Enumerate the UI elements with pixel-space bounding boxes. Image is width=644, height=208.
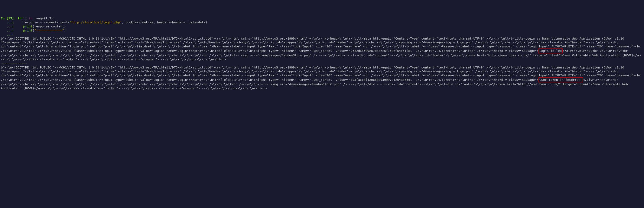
code-line-1: In [13]: for i in range(1,3):: [1, 16, 643, 20]
separator-string: "==============": [34, 29, 64, 32]
code-line-5: ...:: [1, 32, 643, 37]
in-keyword: in: [29, 17, 32, 20]
input-prompt: In [13]:: [1, 17, 18, 20]
print-builtin: print: [23, 29, 32, 32]
url-string: 'http://localhost/login.php': [70, 21, 122, 24]
highlight-csrf-incorrect: CSRF token is incorrect: [538, 77, 583, 82]
terminal-output: In [13]: for i in range(1,3): ...: respo…: [1, 16, 643, 90]
continuation-prompt: ...:: [1, 33, 16, 36]
code-line-4: ...: print("=============="): [1, 28, 643, 32]
continuation-prompt: ...:: [1, 25, 16, 28]
print-builtin: print: [23, 25, 32, 28]
continuation-prompt: ...:: [1, 29, 16, 32]
separator-output: ==============: [1, 62, 27, 65]
code-line-3: ...: print(response.content): [1, 24, 643, 28]
highlight-login-failed: Login failed: [538, 48, 562, 53]
response-output-2: b'\r\n<!DOCTYPE html PUBLIC "-//W3C//DTD…: [1, 66, 643, 90]
code-line-2: ...: response = requests.post('http://lo…: [1, 20, 643, 24]
continuation-prompt: ...:: [1, 21, 16, 24]
for-keyword: for: [18, 17, 23, 20]
response-output-1: b'\r\n<!DOCTYPE html PUBLIC "-//W3C//DTD…: [1, 37, 643, 61]
